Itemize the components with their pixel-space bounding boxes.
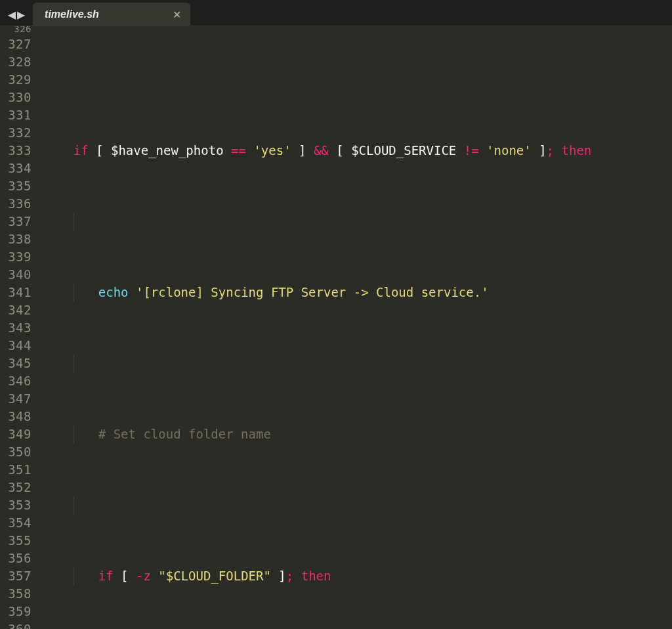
line-number: 357 <box>0 567 32 585</box>
code-line <box>43 496 672 514</box>
line-number: 328 <box>0 53 32 71</box>
nav-back-icon[interactable]: ◀ <box>8 7 16 22</box>
code-line <box>43 62 672 71</box>
code-line <box>43 213 672 230</box>
line-number: 358 <box>0 585 32 603</box>
line-number: 347 <box>0 390 32 408</box>
code-line: if [ $have_new_photo == 'yes' ] && [ $CL… <box>43 142 672 160</box>
line-number: 337 <box>0 213 32 230</box>
code-line <box>43 355 672 372</box>
line-number: 353 <box>0 496 32 514</box>
file-tab[interactable]: timelive.sh ✕ <box>33 3 190 26</box>
nav-forward-icon[interactable]: ▶ <box>17 7 25 22</box>
line-number: 332 <box>0 124 32 142</box>
line-number: 346 <box>0 372 32 390</box>
line-number: 330 <box>0 89 32 106</box>
line-number: 348 <box>0 408 32 425</box>
line-number: 345 <box>0 355 32 372</box>
line-number: 359 <box>0 603 32 620</box>
line-number: 344 <box>0 337 32 355</box>
code-line: if [ -z "$CLOUD_FOLDER" ]; then <box>43 567 672 585</box>
line-number: 341 <box>0 284 32 301</box>
line-number: 350 <box>0 443 32 461</box>
line-number-gutter: 326 327328329330331332333334335336337338… <box>0 26 41 629</box>
line-number: 355 <box>0 532 32 550</box>
line-number: 343 <box>0 319 32 337</box>
line-number: 327 <box>0 35 32 53</box>
line-number: 351 <box>0 461 32 479</box>
tab-filename: timelive.sh <box>45 9 99 20</box>
line-number: 329 <box>0 71 32 89</box>
title-bar: ◀ ▶ timelive.sh ✕ <box>0 0 672 26</box>
nav-arrows: ◀ ▶ <box>0 3 33 26</box>
line-number: 339 <box>0 248 32 266</box>
line-number: 340 <box>0 266 32 284</box>
line-number: 336 <box>0 195 32 213</box>
code-area[interactable]: if [ $have_new_photo == 'yes' ] && [ $CL… <box>41 26 672 629</box>
line-number: 342 <box>0 301 32 319</box>
line-number: 349 <box>0 425 32 443</box>
line-number: 338 <box>0 230 32 248</box>
line-number: 326 <box>0 26 32 35</box>
line-number: 331 <box>0 106 32 124</box>
code-line: echo '[rclone] Syncing FTP Server -> Clo… <box>43 284 672 301</box>
line-number: 352 <box>0 479 32 496</box>
line-number: 360 <box>0 620 32 629</box>
code-line: # Set cloud folder name <box>43 425 672 443</box>
close-icon[interactable]: ✕ <box>173 9 181 21</box>
line-number: 356 <box>0 550 32 567</box>
line-number: 333 <box>0 142 32 160</box>
editor[interactable]: 326 327328329330331332333334335336337338… <box>0 26 672 629</box>
line-number: 334 <box>0 160 32 177</box>
line-number: 335 <box>0 177 32 195</box>
line-number: 354 <box>0 514 32 532</box>
